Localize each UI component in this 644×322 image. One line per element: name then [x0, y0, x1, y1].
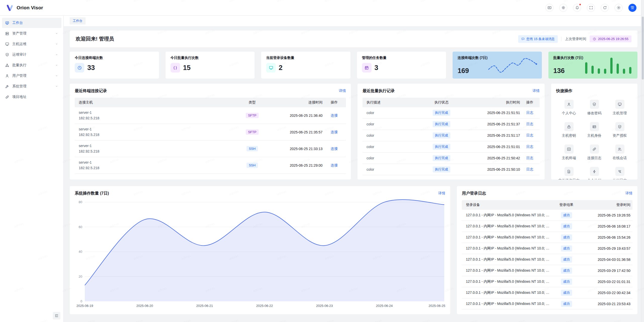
- sidebar-item-label: 用户管理: [12, 74, 52, 78]
- execution-desc: color: [363, 145, 423, 149]
- terminal-7d-card: 连接终端次数 (7日) 169: [453, 52, 542, 79]
- quick-action[interactable]: 主机管理: [607, 100, 632, 116]
- quick-action[interactable]: 连接日志: [582, 145, 607, 160]
- connect-link[interactable]: 连接: [331, 130, 338, 134]
- sidebar-collapse-button[interactable]: [53, 312, 60, 319]
- user-avatar[interactable]: 管: [628, 4, 636, 12]
- quick-action-icon-box: [565, 145, 574, 154]
- connection-type-badge: SFTP: [246, 129, 259, 135]
- login-time: 2025-03-21 23:53:43: [581, 302, 632, 306]
- chevron-down-icon: [55, 74, 58, 78]
- quick-action[interactable]: 命令执行: [582, 167, 607, 180]
- theme-toggle-button[interactable]: [559, 4, 567, 12]
- sidebar-item[interactable]: 项目地址: [2, 92, 61, 102]
- host-name: server-1: [79, 127, 92, 131]
- login-result-badge: 成功: [561, 223, 572, 229]
- code-runner-button[interactable]: [545, 4, 553, 12]
- message-icon: [521, 37, 525, 41]
- middle-row: 最近终端连接记录 详情 连接主机 类型 连接时间 操作: [70, 84, 637, 180]
- notifications-button[interactable]: [573, 4, 581, 12]
- terminal-connections-detail-link[interactable]: 详情: [339, 89, 346, 93]
- scrollbar-thumb[interactable]: [642, 17, 644, 80]
- connection-type-badge: SFTP: [246, 113, 259, 118]
- sidebar-item[interactable]: 工作台: [2, 18, 61, 28]
- quick-action-label: 资产授权: [613, 133, 627, 138]
- log-link[interactable]: 日志: [526, 145, 533, 149]
- quick-action-icon: [618, 147, 622, 151]
- table-row: server-1182.92.5.218 SFTP 2025-06-25 21:…: [75, 124, 346, 140]
- quick-action[interactable]: 个人中心: [556, 100, 582, 116]
- sidebar-item[interactable]: 批量执行: [2, 60, 61, 70]
- sidebar-item[interactable]: 用户管理: [2, 71, 61, 81]
- settings-button[interactable]: [615, 4, 623, 12]
- table-row: server-1182.92.5.218 SSH 2025-06-25 21:2…: [75, 157, 346, 174]
- quick-action-icon: [567, 169, 571, 174]
- sidebar-item[interactable]: 资产管理: [2, 28, 61, 39]
- log-link[interactable]: 日志: [526, 122, 533, 126]
- menu-icon: [5, 63, 9, 67]
- sidebar: 工作台 资产管理 主机运维 运维审计 批量执行 用户管理: [0, 16, 64, 322]
- quick-action[interactable]: 执行日志: [607, 167, 632, 180]
- quick-action-label: 连接日志: [587, 156, 601, 160]
- unread-messages-badge[interactable]: 您有 15 条未读消息: [518, 35, 558, 43]
- quick-action-label: 个人中心: [562, 111, 576, 116]
- connect-link[interactable]: 连接: [331, 113, 338, 117]
- connection-time: 2025-06-25 21:36:40: [265, 114, 325, 118]
- connect-link[interactable]: 连接: [331, 163, 338, 167]
- connect-link[interactable]: 连接: [331, 147, 338, 151]
- refresh-button[interactable]: [601, 4, 609, 12]
- execution-time: 2025-06-25 21:50:42: [460, 156, 522, 160]
- welcome-title: 欢迎回来! 管理员: [76, 35, 114, 42]
- menu-icon: [5, 95, 9, 99]
- bell-icon: [575, 6, 579, 10]
- ops-chart-card: 系统操作数量 (7日) 详情 0204060802025-06-192025-0…: [70, 186, 450, 314]
- host-name: server-1: [79, 111, 92, 115]
- sidebar-item[interactable]: 主机运维: [2, 39, 61, 49]
- log-link[interactable]: 日志: [526, 111, 533, 115]
- ops-chart-title: 系统操作数量 (7日): [75, 191, 109, 196]
- quick-action-label: 文件操作日志: [558, 178, 580, 180]
- quick-action[interactable]: 主机身份: [582, 122, 607, 138]
- login-device: 127.0.0.1 - 内网IP - Mozilla/5.0 (Windows …: [462, 302, 552, 306]
- log-link[interactable]: 日志: [526, 167, 533, 171]
- fullscreen-button[interactable]: [587, 4, 595, 12]
- scrollbar-track[interactable]: [641, 0, 644, 322]
- quick-action-icon-box: [590, 167, 599, 176]
- quick-action-label: 在线会话: [613, 156, 627, 160]
- log-link[interactable]: 日志: [526, 133, 533, 137]
- quick-action[interactable]: 修改密码: [582, 100, 607, 116]
- quick-action-label: 主机管理: [613, 111, 627, 116]
- quick-action[interactable]: 主机密钥: [556, 122, 582, 138]
- svg-text:0: 0: [80, 299, 82, 303]
- batch-executions-title: 最近批量执行记录: [363, 88, 395, 94]
- quick-action[interactable]: 主机终端: [556, 145, 582, 160]
- login-result-badge: 成功: [561, 279, 572, 285]
- quick-action[interactable]: 资产授权: [607, 122, 632, 138]
- svg-text:2025-06-23: 2025-06-23: [316, 304, 333, 308]
- quick-action[interactable]: 文件操作日志: [556, 167, 582, 180]
- batch-executions-detail-link[interactable]: 详情: [533, 89, 540, 93]
- stat-value: 136: [553, 67, 565, 75]
- welcome-meta: 您有 15 条未读消息 上次登录时间 2025-06-25 19:26:55: [518, 35, 631, 43]
- login-result-badge: 成功: [561, 234, 572, 240]
- divider: [561, 37, 561, 41]
- quick-action-label: 主机终端: [562, 156, 576, 160]
- chevron-down-icon: [55, 32, 58, 35]
- execution-time: 2025-06-25 21:51:51: [460, 111, 522, 115]
- stat-card: 当前登录设备数量 2: [261, 52, 350, 79]
- execution-time: 2025-06-25 21:50:10: [460, 167, 522, 171]
- orion-visor-app: Orion Visor 管 工作台 资产管理 主机运维: [0, 0, 644, 322]
- app-logo[interactable]: Orion Visor: [6, 4, 43, 12]
- login-log-detail-link[interactable]: 详情: [625, 191, 632, 196]
- quick-action-label: 修改密码: [587, 111, 601, 116]
- quick-action-icon-box: [615, 122, 624, 131]
- breadcrumb-item-workbench[interactable]: 工作台: [70, 17, 86, 24]
- stat-value: 2: [279, 64, 283, 72]
- sidebar-item[interactable]: 系统管理: [2, 81, 61, 91]
- log-link[interactable]: 日志: [526, 156, 533, 160]
- ops-chart-detail-link[interactable]: 详情: [438, 191, 445, 196]
- quick-action[interactable]: 在线会话: [607, 145, 632, 160]
- menu-icon: [5, 31, 9, 36]
- sidebar-item[interactable]: 运维审计: [2, 50, 61, 60]
- batch-7d-card: 批量执行次数 (7日) 136: [548, 52, 638, 79]
